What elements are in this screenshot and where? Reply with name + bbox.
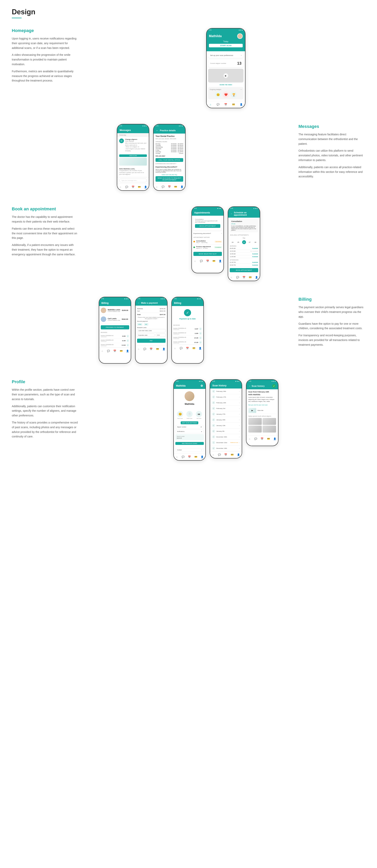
- scan3-nav-billing[interactable]: 💳: [266, 437, 270, 441]
- pay-nav-profile[interactable]: 👤: [162, 347, 165, 351]
- appt-nav-msg[interactable]: 💬: [199, 259, 203, 263]
- hp-nav-home[interactable]: ⌂: [209, 103, 212, 106]
- scan-item-feb24[interactable]: ✓ February 24th ›: [210, 389, 242, 394]
- bill3-nav-profile[interactable]: 👤: [198, 346, 202, 350]
- msg-view-btn[interactable]: VIEW SCAN: [119, 154, 147, 157]
- hp-video-play[interactable]: ▶: [223, 73, 228, 78]
- prof1-nav-msg[interactable]: 💬: [182, 455, 185, 459]
- appt-item-2[interactable]: Posture adjustment March 17 - on time Co…: [193, 245, 222, 250]
- sched-book-btn[interactable]: BOOK APPOINTMENT: [230, 268, 258, 272]
- scan-item-feb17[interactable]: ✓ February 17th ›: [210, 394, 242, 400]
- appt-item-1[interactable]: Consultation May 4 - Upcoming Upcoming: [193, 239, 222, 245]
- msg-input[interactable]: Type your message here...: [119, 179, 147, 182]
- pd-nav-billing[interactable]: 💳: [174, 185, 178, 189]
- pd-back-icon[interactable]: ←: [156, 129, 159, 132]
- prof1-smile-scan[interactable]: 🦷 Smile scan: [186, 411, 193, 419]
- pay-nav-cal[interactable]: 📅: [150, 347, 153, 351]
- msg-nav-profile[interactable]: 👤: [144, 185, 148, 189]
- time-slot-0945[interactable]: 09:45 AMAvailable: [230, 247, 258, 250]
- scan-item-feb10[interactable]: ✓ February 10th ›: [210, 400, 242, 406]
- pd-nav-msg[interactable]: 💬: [161, 185, 165, 189]
- appt-nav-billing[interactable]: 💳: [212, 259, 216, 263]
- bill1-invoice-3[interactable]: Invoice 20200508-38 04/05/2020 $ 5.05 i: [101, 343, 129, 347]
- bill3-nav-msg[interactable]: 💬: [180, 346, 183, 350]
- time-slot-1400[interactable]: 02:00 PMAvailable: [230, 264, 258, 267]
- appt-nav-cal[interactable]: 📅: [206, 259, 209, 263]
- time-slot-1100[interactable]: 11:00 AMAvailable: [230, 255, 258, 258]
- bill3-invoice-2[interactable]: Invoice 20200504-40 04/05/2020 $ 205 i: [174, 331, 202, 336]
- hp-nav-msg[interactable]: 💬: [216, 103, 220, 106]
- prof1-edit-btn[interactable]: EDIT SCAN SETTINGS: [181, 421, 198, 424]
- bill3-invoice-1[interactable]: Invoice 20200504-42 04/05/2020 $ 247 i: [174, 327, 202, 331]
- prof1-face-scan[interactable]: 😊 Face scan: [177, 411, 183, 419]
- bill3-invoice-3[interactable]: Invoice 20200504-46 04/05/2020 $ 5.05 i: [174, 336, 202, 340]
- scan-item-jan20[interactable]: ✓ January 20th ›: [210, 417, 242, 423]
- msg-nav-msg[interactable]: 💬: [125, 185, 128, 189]
- bill1-nav-msg[interactable]: 💬: [107, 349, 111, 353]
- time-slot-1045[interactable]: 10:45 AMAvailable: [230, 253, 258, 255]
- appt-nav-profile[interactable]: 👤: [219, 259, 222, 263]
- pd-nav-profile[interactable]: 👤: [180, 185, 184, 189]
- scan-item-dec16[interactable]: ✓ December 16th ›: [210, 445, 242, 451]
- bill1-invoice-2[interactable]: Invoice 20200504-40 04/05/2020 $ 105 i: [101, 338, 129, 343]
- cal-day-24[interactable]: 24: [231, 240, 234, 244]
- pay-back[interactable]: ←: [138, 302, 140, 304]
- bill1-nav-cal[interactable]: 📅: [113, 349, 117, 353]
- cal-day-25[interactable]: 25: [237, 240, 240, 244]
- scan3-back[interactable]: ←: [249, 385, 251, 387]
- msg-item-1[interactable]: Dr Change aligners Hello Mathilda, After…: [117, 137, 149, 154]
- scan-item-jan6[interactable]: ✓ January 6th ›: [210, 428, 242, 434]
- hp-nav-cal[interactable]: 📅: [224, 103, 227, 106]
- scan-item-jan27[interactable]: ✓ January 27th ›: [210, 411, 242, 417]
- cal-day-28[interactable]: 28: [253, 240, 257, 244]
- prof1-notif-field[interactable]: Notifications ●: [175, 430, 204, 433]
- bill3-nav-cal[interactable]: 📅: [186, 346, 189, 350]
- msg-nav-cal[interactable]: 📅: [131, 185, 135, 189]
- appt-nav-home[interactable]: ⌂: [193, 259, 197, 263]
- sched-nav-billing[interactable]: 💳: [249, 276, 252, 279]
- pay-pay-btn[interactable]: PAY: [137, 339, 165, 343]
- pay-nav-msg[interactable]: 💬: [143, 347, 147, 351]
- msg-item-2[interactable]: Hello Mathilda Lewis, Congratulations, t…: [117, 166, 149, 177]
- bill3-nav-billing[interactable]: 💳: [192, 346, 195, 350]
- appt-select-slot-btn[interactable]: BOOK SELECTED SLOT: [193, 252, 222, 256]
- prof1-nav-home[interactable]: ⌂: [175, 455, 179, 459]
- hp-video[interactable]: ▶: [208, 69, 244, 83]
- appt-book-btn[interactable]: BOOK APPOINTMENT: [195, 224, 220, 228]
- prof1-prev-btn[interactable]: SEE PREVIOUS SCANS: [175, 442, 204, 445]
- bill1-pay-btn[interactable]: PROCEED TO PAYMENT: [101, 325, 129, 330]
- hp-nav-billing[interactable]: 💳: [232, 103, 235, 106]
- bill1-nav-billing[interactable]: 💳: [119, 349, 123, 353]
- scan3-nav-profile[interactable]: 👤: [273, 437, 277, 441]
- sched-nav-msg[interactable]: 💬: [236, 276, 239, 279]
- hp-share-btn[interactable]: SHARE THE VIDEO: [208, 84, 244, 86]
- cal-day-27[interactable]: 27: [248, 240, 252, 244]
- bill1-nav-profile[interactable]: 👤: [126, 349, 129, 353]
- time-slot-1015[interactable]: 10:15 AMNot available: [230, 250, 258, 253]
- scan2-nav-home[interactable]: ⌂: [212, 453, 215, 457]
- scan3-nav-home[interactable]: ⌂: [248, 437, 251, 441]
- scan3-nav-msg[interactable]: 💬: [254, 437, 258, 441]
- bill3-nav-home[interactable]: ⌂: [173, 346, 177, 350]
- pay-nav-home[interactable]: ⌂: [137, 347, 140, 351]
- msg-nav-home[interactable]: ⌂: [119, 185, 122, 189]
- prof1-jaw-scan[interactable]: ⏮ Jaw scan: [196, 411, 202, 419]
- scan2-nav-billing[interactable]: 💳: [230, 453, 234, 457]
- pay-cvv-input[interactable]: CVV: [156, 334, 165, 337]
- scan-item-dec23[interactable]: ! December 23rd Additional scan ›: [210, 440, 242, 445]
- scan-item-jan13[interactable]: ✓ January 13th ›: [210, 423, 242, 428]
- pay-card-input[interactable]: 1234 4567 8901 2345: [137, 329, 165, 332]
- scan-item-dec30[interactable]: ✓ December 30th ›: [210, 434, 242, 440]
- prof1-notif-toggle[interactable]: ●: [201, 431, 202, 432]
- sched-nav-profile[interactable]: 👤: [255, 276, 258, 279]
- sched-back[interactable]: ←: [230, 213, 233, 215]
- pd-faq-link[interactable]: VIEW OUR ONLINE FAQ: [156, 174, 183, 176]
- prof1-settings-icon[interactable]: ⚙: [200, 384, 203, 388]
- bill1-invoice-1[interactable]: Invoice 20200504-42 04/05/2020 $ 205 i: [101, 334, 129, 338]
- hp-setup-card[interactable]: Set up your scan preferences ›: [208, 53, 244, 58]
- sched-nav-cal[interactable]: 📅: [242, 276, 246, 279]
- prof1-nav-profile[interactable]: 👤: [200, 455, 204, 459]
- pay-nav-billing[interactable]: 💳: [156, 347, 159, 351]
- pd-send-btn[interactable]: SEND US A SCAN TO REQUEST AN APPOINTMENT: [156, 176, 183, 182]
- time-slot-1330[interactable]: 01:30 PMAvailable: [230, 261, 258, 264]
